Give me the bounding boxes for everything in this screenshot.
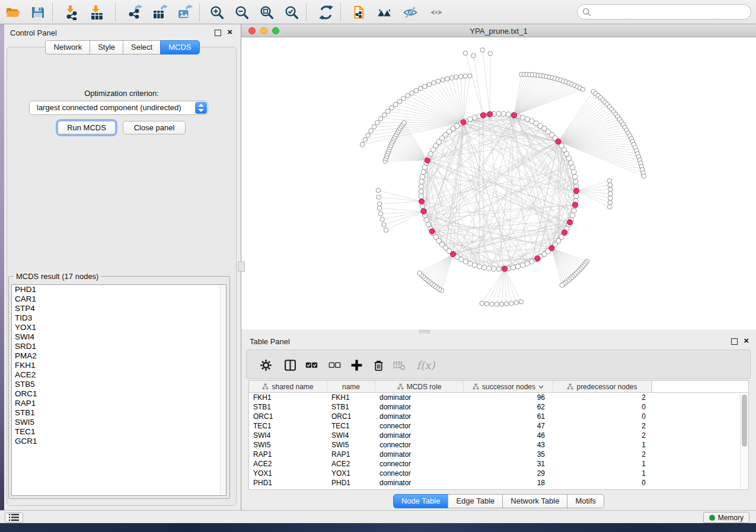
horizontal-splitter[interactable] <box>241 329 756 334</box>
mcds-list-scrollbar[interactable] <box>220 285 226 495</box>
create-column-button[interactable] <box>347 357 365 373</box>
table-close-icon[interactable]: × <box>744 335 749 346</box>
table-cell: FKH1 <box>327 393 375 402</box>
table-cell: PHD1 <box>249 479 327 487</box>
column-header-name[interactable]: name <box>327 381 375 392</box>
table-cell: FKH1 <box>249 393 327 402</box>
column-namespace-icon <box>262 383 269 390</box>
export-network-button[interactable] <box>125 4 145 21</box>
tab-select[interactable]: Select <box>123 40 161 55</box>
optimization-criterion-select[interactable]: largest connected component (undirected) <box>29 101 208 115</box>
mcds-result-item[interactable]: ACE2 <box>12 370 226 380</box>
open-session-button[interactable] <box>3 4 23 21</box>
table-row[interactable]: SWI5SWI5connector431 <box>249 440 740 450</box>
mcds-result-item[interactable]: YOX1 <box>12 323 226 332</box>
network-window-titlebar[interactable]: YPA_prune.txt_1 <box>241 24 756 37</box>
show-panels-menu-button[interactable] <box>5 512 23 523</box>
table-row[interactable]: RAP1RAP1dominator352 <box>249 450 740 459</box>
export-table-button[interactable] <box>150 4 170 21</box>
zoom-in-button[interactable] <box>207 4 227 21</box>
mcds-result-item[interactable]: TEC1 <box>12 427 226 437</box>
column-header-MCDS-role[interactable]: MCDS role <box>375 381 464 392</box>
table-tab-node-table[interactable]: Node Table <box>393 494 449 508</box>
select-all-rows-button[interactable] <box>302 357 320 373</box>
tab-mcds[interactable]: MCDS <box>160 40 199 55</box>
table-scrollbar[interactable] <box>740 393 748 489</box>
import-network-button[interactable] <box>61 4 81 21</box>
table-cell: PHD1 <box>327 479 375 487</box>
tab-style[interactable]: Style <box>90 40 123 55</box>
export-image-button[interactable] <box>175 4 195 21</box>
table-row[interactable]: TEC1TEC1connector472 <box>249 421 740 431</box>
eye-icon <box>429 5 444 20</box>
show-columns-button[interactable] <box>281 357 299 373</box>
mcds-result-item[interactable]: PMA2 <box>12 351 226 361</box>
column-header-shared-name[interactable]: shared name <box>249 381 327 392</box>
mcds-result-item[interactable]: CAR1 <box>12 294 226 304</box>
show-all-button[interactable] <box>426 4 446 21</box>
deselect-all-rows-button[interactable] <box>326 357 343 373</box>
table-cell: ACE2 <box>327 460 375 468</box>
table-tab-edge-table[interactable]: Edge Table <box>448 494 503 508</box>
save-session-button[interactable] <box>28 4 48 21</box>
mcds-result-item[interactable]: ORC1 <box>12 389 226 399</box>
column-header-predecessor-nodes[interactable]: predecessor nodes <box>553 381 652 392</box>
delete-table-button-disabled[interactable] <box>390 357 408 373</box>
table-cell: ORC1 <box>249 412 327 421</box>
mcds-result-item[interactable]: SWI4 <box>12 332 226 342</box>
mcds-result-list[interactable]: PHD1CAR1STP4TID3YOX1SWI4SRD1PMA2FKH1ACE2… <box>11 284 227 496</box>
import-table-button[interactable] <box>87 4 107 21</box>
table-tab-motifs[interactable]: Motifs <box>567 494 604 508</box>
table-row[interactable]: ACE2ACE2connector311 <box>249 459 740 469</box>
function-icon: f(x) <box>417 359 435 371</box>
mcds-result-item[interactable]: TID3 <box>12 313 226 323</box>
first-neighbors-button[interactable] <box>374 4 394 21</box>
control-panel-tabs: NetworkStyleSelectMCDS <box>4 40 241 55</box>
float-panel-icon[interactable] <box>215 30 221 36</box>
tab-network[interactable]: Network <box>45 40 90 55</box>
close-panel-icon[interactable]: × <box>227 27 232 37</box>
table-row[interactable]: STB1STB1dominator620 <box>249 402 740 412</box>
column-header-successor-nodes[interactable]: successor nodes <box>464 381 553 392</box>
mcds-result-item[interactable]: GCR1 <box>12 437 226 446</box>
mcds-result-item[interactable]: SRD1 <box>12 342 226 351</box>
function-builder-button-disabled[interactable]: f(x) <box>413 357 439 373</box>
zoom-selected-button[interactable] <box>282 4 302 21</box>
apply-layout-button[interactable] <box>316 4 336 21</box>
table-cell: 35 <box>464 450 553 459</box>
table-scrollbar-thumb[interactable] <box>742 395 747 447</box>
table-row[interactable]: FKH1FKH1dominator962 <box>249 393 740 402</box>
vertical-splitter-handle[interactable] <box>238 261 245 272</box>
mcds-result-item[interactable]: RAP1 <box>12 399 226 408</box>
hide-selected-button[interactable] <box>400 4 420 21</box>
run-mcds-button[interactable]: Run MCDS <box>58 121 116 134</box>
memory-status-icon <box>709 515 715 521</box>
close-panel-button[interactable]: Close panel <box>123 121 186 134</box>
mcds-result-group: MCDS result (17 nodes) PHD1CAR1STP4TID3Y… <box>8 276 230 499</box>
delete-column-button[interactable] <box>369 357 387 373</box>
mcds-result-item[interactable]: STB1 <box>12 408 226 418</box>
mcds-result-item[interactable]: STB5 <box>12 380 226 389</box>
mcds-result-item[interactable]: SWI5 <box>12 418 226 427</box>
mcds-result-item[interactable]: STP4 <box>12 304 226 313</box>
table-settings-button[interactable] <box>257 357 275 373</box>
zoom-fit-button[interactable] <box>257 4 277 21</box>
search-input[interactable] <box>594 5 751 18</box>
table-cell: ORC1 <box>327 412 375 421</box>
mcds-result-item[interactable]: PHD1 <box>12 285 226 294</box>
column-header-filler <box>652 381 748 392</box>
table-cell: dominator <box>375 393 464 402</box>
table-row[interactable]: PHD1PHD1dominator180 <box>249 478 740 488</box>
mcds-result-item[interactable]: FKH1 <box>12 361 226 370</box>
table-row[interactable]: ORC1ORC1dominator610 <box>249 412 740 421</box>
table-row[interactable]: SWI4SWI4dominator462 <box>249 431 740 440</box>
new-network-from-selection-button[interactable] <box>349 4 369 21</box>
network-graph[interactable] <box>241 37 756 329</box>
table-tab-network-table[interactable]: Network Table <box>502 494 567 508</box>
table-row[interactable]: YOX1YOX1connector291 <box>249 469 740 478</box>
table-float-icon[interactable] <box>731 338 738 345</box>
zoom-out-button[interactable] <box>232 4 252 21</box>
table-cell: SWI4 <box>327 431 375 440</box>
memory-button[interactable]: Memory <box>703 512 749 523</box>
table-cell: SWI4 <box>249 431 327 440</box>
